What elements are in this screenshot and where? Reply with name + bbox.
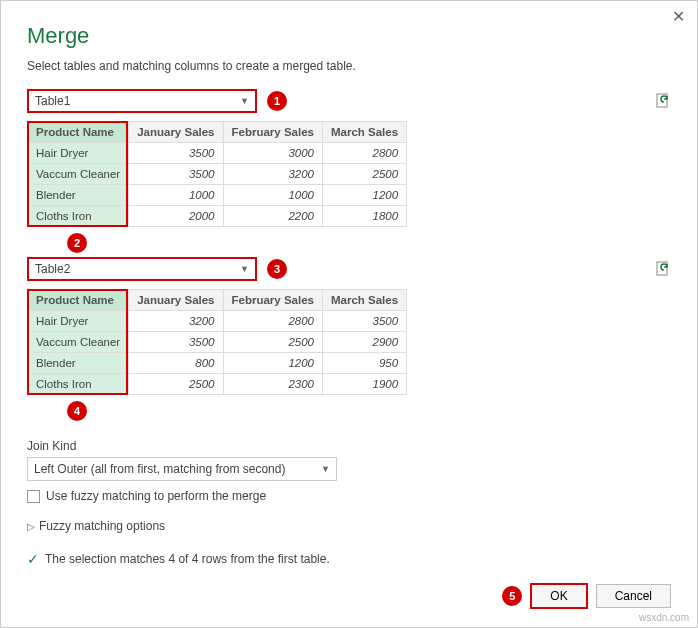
table-row: Blender8001200950 — [28, 353, 407, 374]
table2-selected: Table2 — [35, 262, 70, 276]
table1-selected: Table1 — [35, 94, 70, 108]
callout-1: 1 — [267, 91, 287, 111]
check-icon: ✓ — [27, 551, 39, 567]
table-row: Cloths Iron200022001800 — [28, 206, 407, 227]
table1-dropdown[interactable]: Table1 ▼ — [27, 89, 257, 113]
table1-header[interactable]: January Sales — [129, 122, 223, 143]
watermark: wsxdn.com — [639, 612, 689, 623]
table1-header[interactable]: March Sales — [322, 122, 406, 143]
table2-header[interactable]: Product Name — [28, 290, 129, 311]
join-kind-label: Join Kind — [27, 439, 671, 453]
chevron-down-icon: ▼ — [240, 264, 249, 274]
ok-button[interactable]: OK — [530, 583, 587, 609]
table2-header[interactable]: March Sales — [322, 290, 406, 311]
callout-4: 4 — [67, 401, 87, 421]
fuzzy-checkbox[interactable] — [27, 490, 40, 503]
cancel-button[interactable]: Cancel — [596, 584, 671, 608]
chevron-down-icon: ▼ — [240, 96, 249, 106]
fuzzy-checkbox-label: Use fuzzy matching to perform the merge — [46, 489, 266, 503]
page-title: Merge — [27, 23, 671, 49]
dialog-subtitle: Select tables and matching columns to cr… — [27, 59, 671, 73]
join-kind-selected: Left Outer (all from first, matching fro… — [34, 462, 285, 476]
table2-header[interactable]: January Sales — [129, 290, 223, 311]
table-row: Blender100010001200 — [28, 185, 407, 206]
close-icon[interactable]: ✕ — [672, 7, 685, 26]
callout-2: 2 — [67, 233, 87, 253]
callout-5: 5 — [502, 586, 522, 606]
table2-header[interactable]: February Sales — [223, 290, 322, 311]
fuzzy-options-expander[interactable]: ▷Fuzzy matching options — [27, 519, 671, 533]
table-row: Hair Dryer350030002800 — [28, 143, 407, 164]
table2-preview[interactable]: Product Name January Sales February Sale… — [27, 289, 407, 395]
table-row: Cloths Iron250023001900 — [28, 374, 407, 395]
table2-dropdown[interactable]: Table2 ▼ — [27, 257, 257, 281]
chevron-down-icon: ▼ — [321, 464, 330, 474]
match-status: The selection matches 4 of 4 rows from t… — [45, 552, 330, 566]
refresh-icon[interactable] — [655, 93, 671, 109]
table1-header[interactable]: Product Name — [28, 122, 129, 143]
refresh-icon[interactable] — [655, 261, 671, 277]
table-row: Vaccum Cleaner350025002900 — [28, 332, 407, 353]
table-row: Hair Dryer320028003500 — [28, 311, 407, 332]
table1-preview[interactable]: Product Name January Sales February Sale… — [27, 121, 407, 227]
table-row: Vaccum Cleaner350032002500 — [28, 164, 407, 185]
callout-3: 3 — [267, 259, 287, 279]
chevron-right-icon: ▷ — [27, 521, 35, 532]
table1-header[interactable]: February Sales — [223, 122, 322, 143]
join-kind-dropdown[interactable]: Left Outer (all from first, matching fro… — [27, 457, 337, 481]
